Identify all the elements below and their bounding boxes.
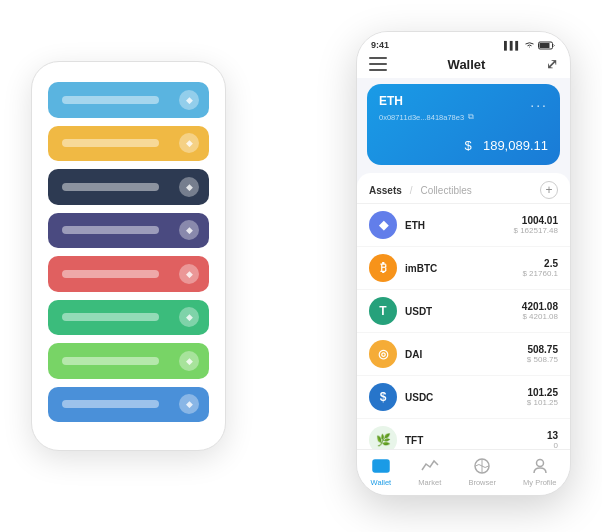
wallet-card-address: 0x08711d3e...8418a78e3 ⧉ bbox=[379, 112, 548, 122]
wallet-nav-icon[interactable]: Wallet bbox=[371, 456, 392, 487]
nav-title: Wallet bbox=[448, 57, 486, 72]
asset-name-usdt: USDT bbox=[405, 306, 522, 317]
asset-values-eth: 1004.01$ 162517.48 bbox=[514, 215, 559, 235]
asset-values-dai: 508.75$ 508.75 bbox=[527, 344, 558, 364]
left-card-2: ◆ bbox=[48, 169, 209, 205]
tab-assets[interactable]: Assets bbox=[369, 185, 402, 196]
asset-row-eth[interactable]: ◆ETH1004.01$ 162517.48 bbox=[357, 204, 570, 247]
balance-amount: 189,089.11 bbox=[483, 138, 548, 153]
asset-usd: $ 508.75 bbox=[527, 355, 558, 364]
asset-values-imbtc: 2.5$ 21760.1 bbox=[522, 258, 558, 278]
asset-usd: $ 162517.48 bbox=[514, 226, 559, 235]
left-card-3: ◆ bbox=[48, 213, 209, 249]
time: 9:41 bbox=[371, 40, 389, 50]
asset-name-usdc: USDC bbox=[405, 392, 527, 403]
expand-icon[interactable]: ⤢ bbox=[546, 56, 558, 72]
card-icon-4: ◆ bbox=[179, 264, 199, 284]
left-card-4: ◆ bbox=[48, 256, 209, 292]
asset-row-usdt[interactable]: TUSDT4201.08$ 4201.08 bbox=[357, 290, 570, 333]
asset-list: ◆ETH1004.01$ 162517.48₿imBTC2.5$ 21760.1… bbox=[357, 204, 570, 449]
nav-bar: Wallet ⤢ bbox=[357, 52, 570, 78]
card-icon-5: ◆ bbox=[179, 307, 199, 327]
card-icon-2: ◆ bbox=[179, 177, 199, 197]
asset-icon-usdt: T bbox=[369, 297, 397, 325]
asset-amount: 508.75 bbox=[527, 344, 558, 355]
assets-section: Assets / Collectibles + ◆ETH1004.01$ 162… bbox=[357, 173, 570, 449]
bottom-nav-label-market: Market bbox=[418, 478, 441, 487]
left-card-6: ◆ bbox=[48, 343, 209, 379]
bottom-nav-label-wallet: Wallet bbox=[371, 478, 392, 487]
profile-nav-icon bbox=[530, 456, 550, 476]
signal-icon: ▌▌▌ bbox=[504, 41, 521, 50]
asset-name-imbtc: imBTC bbox=[405, 263, 522, 274]
card-icon-1: ◆ bbox=[179, 133, 199, 153]
svg-rect-1 bbox=[540, 43, 550, 48]
asset-values-tft: 130 bbox=[547, 430, 558, 449]
card-icon-6: ◆ bbox=[179, 351, 199, 371]
bottom-nav: WalletMarketBrowserMy Profile bbox=[357, 449, 570, 495]
asset-amount: 101.25 bbox=[527, 387, 558, 398]
add-asset-button[interactable]: + bbox=[540, 181, 558, 199]
card-icon-7: ◆ bbox=[179, 394, 199, 414]
tab-divider: / bbox=[410, 185, 413, 196]
asset-usd: $ 21760.1 bbox=[522, 269, 558, 278]
left-card-7: ◆ bbox=[48, 387, 209, 423]
wallet-card: ETH ... 0x08711d3e...8418a78e3 ⧉ $ 189,0… bbox=[367, 84, 560, 165]
asset-row-tft[interactable]: 🌿TFT130 bbox=[357, 419, 570, 449]
svg-point-6 bbox=[536, 460, 543, 467]
asset-usd: 0 bbox=[547, 441, 558, 449]
left-card-0: ◆ bbox=[48, 82, 209, 118]
wallet-card-header: ETH ... bbox=[379, 94, 548, 110]
asset-name-dai: DAI bbox=[405, 349, 527, 360]
asset-row-usdc[interactable]: $USDC101.25$ 101.25 bbox=[357, 376, 570, 419]
battery-icon bbox=[538, 41, 556, 50]
asset-row-imbtc[interactable]: ₿imBTC2.5$ 21760.1 bbox=[357, 247, 570, 290]
scene: ◆◆◆◆◆◆◆◆ 9:41 ▌▌▌ bbox=[21, 21, 581, 511]
asset-amount: 13 bbox=[547, 430, 558, 441]
left-card-5: ◆ bbox=[48, 300, 209, 336]
asset-amount: 4201.08 bbox=[522, 301, 558, 312]
status-icons: ▌▌▌ bbox=[504, 41, 556, 50]
status-bar: 9:41 ▌▌▌ bbox=[357, 32, 570, 52]
asset-values-usdc: 101.25$ 101.25 bbox=[527, 387, 558, 407]
asset-name-eth: ETH bbox=[405, 220, 514, 231]
wallet-card-name: ETH bbox=[379, 94, 403, 108]
left-card-1: ◆ bbox=[48, 126, 209, 162]
assets-header: Assets / Collectibles + bbox=[357, 173, 570, 204]
asset-name-tft: TFT bbox=[405, 435, 547, 446]
market-nav-icon[interactable]: Market bbox=[418, 456, 441, 487]
asset-icon-imbtc: ₿ bbox=[369, 254, 397, 282]
balance-symbol: $ bbox=[465, 138, 472, 153]
phone-right: 9:41 ▌▌▌ Wallet ⤢ bbox=[356, 31, 571, 496]
asset-icon-tft: 🌿 bbox=[369, 426, 397, 449]
asset-icon-eth: ◆ bbox=[369, 211, 397, 239]
asset-usd: $ 101.25 bbox=[527, 398, 558, 407]
market-nav-icon bbox=[420, 456, 440, 476]
asset-values-usdt: 4201.08$ 4201.08 bbox=[522, 301, 558, 321]
bottom-nav-label-browser: Browser bbox=[468, 478, 496, 487]
copy-icon[interactable]: ⧉ bbox=[468, 112, 474, 122]
assets-tabs: Assets / Collectibles bbox=[369, 185, 472, 196]
wallet-card-dots[interactable]: ... bbox=[530, 94, 548, 110]
asset-icon-usdc: $ bbox=[369, 383, 397, 411]
browser-nav-icon[interactable]: Browser bbox=[468, 456, 496, 487]
asset-row-dai[interactable]: ◎DAI508.75$ 508.75 bbox=[357, 333, 570, 376]
wallet-nav-icon bbox=[371, 456, 391, 476]
menu-icon[interactable] bbox=[369, 57, 387, 71]
card-icon-3: ◆ bbox=[179, 220, 199, 240]
browser-nav-icon bbox=[472, 456, 492, 476]
asset-usd: $ 4201.08 bbox=[522, 312, 558, 321]
wallet-card-balance: $ 189,089.11 bbox=[379, 132, 548, 155]
bottom-nav-label-my-profile: My Profile bbox=[523, 478, 556, 487]
card-icon-0: ◆ bbox=[179, 90, 199, 110]
svg-rect-3 bbox=[383, 465, 387, 469]
asset-amount: 1004.01 bbox=[514, 215, 559, 226]
profile-nav-icon[interactable]: My Profile bbox=[523, 456, 556, 487]
wifi-icon bbox=[524, 41, 535, 49]
tab-collectibles[interactable]: Collectibles bbox=[421, 185, 472, 196]
asset-icon-dai: ◎ bbox=[369, 340, 397, 368]
asset-amount: 2.5 bbox=[522, 258, 558, 269]
phone-left: ◆◆◆◆◆◆◆◆ bbox=[31, 61, 226, 451]
